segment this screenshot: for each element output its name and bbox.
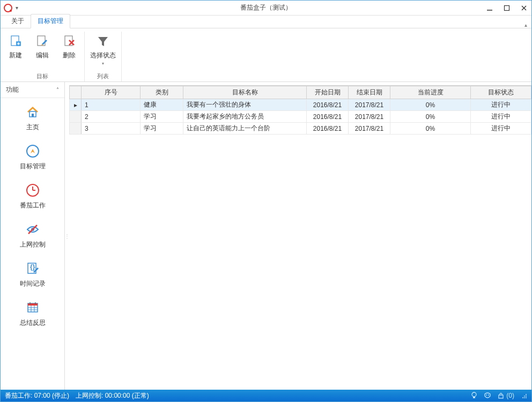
ribbon-group-goal: 新建 编辑 删除 目标	[1, 32, 85, 81]
title-bar: ▾ 番茄盒子（测试）	[1, 1, 531, 16]
nav-item-home[interactable]: 主页	[1, 98, 64, 137]
svg-rect-8	[38, 36, 45, 46]
delete-button[interactable]: 删除	[58, 32, 80, 72]
table-header-row: 序号 类别 目标名称 开始日期 结束日期 当前进度 目标状态	[70, 86, 531, 99]
col-end[interactable]: 结束日期	[349, 86, 390, 99]
note-edit-icon: {}	[25, 261, 40, 276]
status-tomato: 番茄工作: 07:00 (停止)	[5, 391, 69, 400]
nav-header-label: 功能	[6, 85, 19, 94]
content-area: 序号 类别 目标名称 开始日期 结束日期 当前进度 目标状态 ▸ 1 健康 我要	[69, 82, 531, 390]
col-seq[interactable]: 序号	[82, 86, 141, 99]
window-title: 番茄盒子（测试）	[240, 3, 292, 12]
qat-dropdown-icon[interactable]: ▾	[16, 5, 22, 11]
nav-header[interactable]: 功能 ˄	[1, 82, 64, 98]
minimize-icon	[486, 5, 493, 11]
svg-rect-9	[65, 36, 72, 46]
svg-point-35	[526, 397, 527, 398]
table-row[interactable]: ▸ 1 健康 我要有一个强壮的身体 2016/8/21 2017/8/21 0%…	[70, 99, 531, 111]
svg-point-39	[524, 396, 525, 397]
table-row[interactable]: 3 学习 让自己的英语能力上一个台阶 2016/8/21 2017/8/21 0…	[70, 123, 531, 135]
svg-rect-31	[473, 397, 475, 398]
nav-item-goals[interactable]: 目标管理	[1, 137, 64, 176]
select-state-button[interactable]: 选择状态 ▾	[89, 32, 117, 72]
nav-panel: 功能 ˄ 主页 目标管理 番茄工作 上网控制	[1, 82, 65, 390]
maximize-button[interactable]	[503, 4, 511, 12]
lock-icon	[498, 392, 504, 399]
svg-point-36	[524, 397, 525, 398]
goals-table: 序号 类别 目标名称 开始日期 结束日期 当前进度 目标状态 ▸ 1 健康 我要	[69, 86, 531, 135]
svg-rect-13	[32, 114, 34, 117]
col-start[interactable]: 开始日期	[307, 86, 349, 99]
eye-off-icon	[25, 222, 40, 237]
work-area: 功能 ˄ 主页 目标管理 番茄工作 上网控制	[1, 82, 531, 390]
edit-button[interactable]: 编辑	[32, 32, 53, 72]
chevron-down-icon: ▾	[102, 61, 104, 66]
file-new-icon	[8, 34, 23, 49]
ribbon-tabs: 关于 目标管理 ▴	[1, 16, 531, 28]
svg-rect-34	[499, 395, 503, 398]
nav-item-net[interactable]: 上网控制	[1, 215, 64, 255]
col-progress[interactable]: 当前进度	[390, 86, 471, 99]
svg-point-33	[488, 394, 489, 396]
bulb-icon[interactable]	[471, 392, 477, 399]
file-edit-icon	[35, 34, 50, 49]
lock-status[interactable]: (0)	[498, 392, 514, 399]
tab-goals[interactable]: 目标管理	[31, 14, 70, 28]
ribbon: 新建 编辑 删除 目标 选择状态 ▾	[1, 28, 531, 82]
ribbon-group-list: 选择状态 ▾ 列表	[85, 32, 122, 81]
tab-about[interactable]: 关于	[5, 14, 31, 28]
new-button[interactable]: 新建	[5, 32, 26, 72]
close-icon	[521, 5, 527, 11]
row-indicator-icon: ▸	[70, 99, 82, 111]
row-header-col	[70, 86, 82, 99]
svg-point-37	[526, 396, 527, 397]
resize-grip-icon[interactable]	[521, 392, 527, 399]
lock-count: (0)	[506, 392, 514, 399]
col-state[interactable]: 目标状态	[471, 86, 531, 99]
status-net: 上网控制: 00:00:00 (正常)	[76, 391, 149, 400]
col-name[interactable]: 目标名称	[183, 86, 307, 99]
mask-icon[interactable]	[484, 392, 491, 399]
home-icon	[25, 105, 40, 120]
col-cat[interactable]: 类别	[141, 86, 183, 99]
nav-item-tomato[interactable]: 番茄工作	[1, 176, 64, 215]
ribbon-group-list-label: 列表	[97, 72, 109, 80]
status-bar: 番茄工作: 07:00 (停止) 上网控制: 00:00:00 (正常) (0)	[1, 390, 531, 401]
svg-rect-23	[28, 303, 38, 306]
svg-point-30	[472, 392, 476, 397]
compass-icon	[25, 144, 40, 159]
splitter[interactable]: ⋮	[65, 82, 69, 390]
clock-icon	[25, 183, 40, 198]
table-row[interactable]: 2 学习 我要考起家乡的地方公务员 2016/8/21 2017/8/21 0%…	[70, 111, 531, 123]
minimize-button[interactable]	[485, 4, 494, 12]
nav-item-time[interactable]: {} 时间记录	[1, 255, 64, 294]
file-delete-icon	[62, 34, 77, 49]
nav-item-summary[interactable]: 总结反思	[1, 294, 64, 333]
calendar-icon	[25, 300, 40, 315]
chevron-up-icon: ˄	[56, 87, 59, 93]
funnel-icon	[95, 34, 110, 49]
svg-point-40	[526, 394, 527, 395]
app-icon	[4, 4, 12, 12]
maximize-icon	[504, 5, 510, 11]
svg-rect-1	[505, 5, 509, 10]
svg-point-38	[522, 397, 523, 398]
ribbon-group-goal-label: 目标	[36, 72, 48, 80]
close-button[interactable]	[520, 4, 528, 12]
ribbon-collapse-icon[interactable]: ▴	[524, 22, 527, 28]
svg-text:{}: {}	[30, 263, 35, 271]
svg-point-32	[486, 394, 487, 396]
